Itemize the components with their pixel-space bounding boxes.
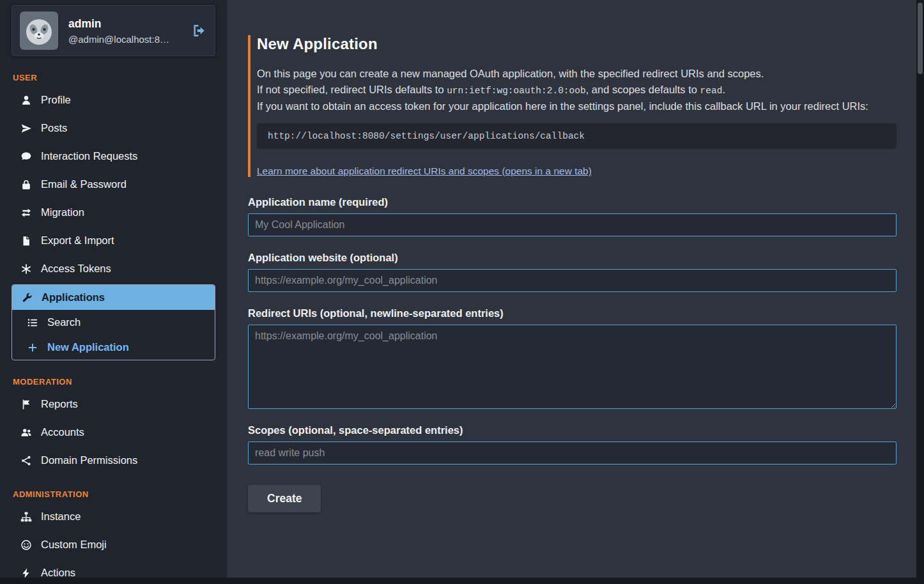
- sidebar-item-label: Email & Password: [41, 178, 127, 190]
- redirect-uris-label: Redirect URIs (optional, newline-separat…: [248, 307, 897, 319]
- create-button[interactable]: Create: [248, 485, 321, 512]
- sidebar-item-label: Custom Emoji: [41, 539, 107, 551]
- transfer-arrows-icon: [20, 207, 33, 219]
- callback-url: http://localhost:8080/settings/user/appl…: [268, 131, 585, 141]
- share-nodes-icon: [20, 455, 33, 466]
- applications-group: Applications Search New Application: [12, 284, 215, 360]
- sidebar-item-label: Access Tokens: [41, 263, 111, 275]
- settings-panel: admin @admin@localhost:80… USER Profile …: [0, 0, 924, 584]
- sidebar-item-label: Instance: [41, 511, 81, 523]
- page-title: New Application: [257, 35, 897, 53]
- bolt-icon: [20, 567, 33, 579]
- users-icon: [20, 427, 33, 438]
- smiley-icon: [20, 539, 33, 551]
- sidebar-item-reports[interactable]: Reports: [12, 392, 215, 417]
- sidebar-item-label: Applications: [42, 291, 105, 304]
- inline-code-read: read: [700, 86, 723, 96]
- user-handle: @admin@localhost:80…: [68, 34, 174, 45]
- logout-icon[interactable]: [192, 23, 207, 38]
- intro-section: New Application On this page you can cre…: [248, 35, 897, 177]
- sidebar-item-custom-emoji[interactable]: Custom Emoji: [12, 532, 215, 557]
- horizontal-scrollbar-track: [0, 578, 916, 584]
- scopes-input[interactable]: [248, 442, 897, 465]
- sidebar-item-profile[interactable]: Profile: [12, 88, 215, 112]
- section-title-moderation: MODERATION: [13, 377, 215, 387]
- sidebar-item-domain-permissions[interactable]: Domain Permissions: [12, 448, 215, 473]
- application-name-input[interactable]: [248, 213, 897, 236]
- new-application-form: Application name (required) Application …: [248, 196, 897, 512]
- user-name: admin: [68, 17, 174, 31]
- scopes-label: Scopes (optional, space-separated entrie…: [248, 424, 897, 436]
- main-content: New Application On this page you can cre…: [227, 0, 924, 584]
- vertical-scrollbar-thumb[interactable]: [918, 3, 923, 74]
- sidebar-item-search[interactable]: Search: [12, 310, 215, 335]
- section-title-administration: ADMINISTRATION: [13, 489, 215, 499]
- sidebar-item-label: Reports: [41, 398, 78, 410]
- sidebar-item-label: Domain Permissions: [41, 454, 137, 466]
- sidebar-item-label: Export & Import: [41, 234, 114, 247]
- lock-icon: [20, 179, 33, 190]
- intro-line-2: If not specified, redirect URIs defaults…: [257, 82, 897, 99]
- application-website-label: Application website (optional): [248, 252, 897, 264]
- user-icon: [20, 95, 33, 106]
- sidebar-item-accounts[interactable]: Accounts: [12, 420, 215, 445]
- sidebar-item-applications[interactable]: Applications: [12, 285, 215, 310]
- comment-icon: [20, 151, 33, 162]
- sidebar-item-label: Profile: [41, 94, 71, 106]
- flag-icon: [20, 399, 33, 410]
- inline-code-oob: urn:ietf:wg:oauth:2.0:oob: [447, 86, 586, 96]
- callback-url-code-block: http://localhost:8080/settings/user/appl…: [257, 123, 897, 149]
- user-card: admin @admin@localhost:80…: [12, 5, 215, 56]
- sidebar-item-label: Accounts: [41, 426, 84, 438]
- list-icon: [26, 317, 39, 328]
- sidebar-item-instance[interactable]: Instance: [12, 504, 215, 529]
- sidebar-item-export-import[interactable]: Export & Import: [12, 228, 215, 253]
- sidebar-item-label: Posts: [41, 122, 67, 134]
- vertical-scrollbar-track: [916, 0, 924, 584]
- plus-icon: [26, 342, 39, 353]
- sidebar-item-label: Search: [47, 316, 81, 328]
- paper-plane-icon: [20, 123, 33, 134]
- sidebar-item-posts[interactable]: Posts: [12, 116, 215, 141]
- section-title-user: USER: [13, 73, 215, 82]
- sidebar-item-new-application[interactable]: New Application: [12, 335, 215, 360]
- intro-line-1: On this page you can create a new manage…: [257, 66, 897, 82]
- sidebar-item-interaction-requests[interactable]: Interaction Requests: [12, 144, 215, 169]
- learn-more-link[interactable]: Learn more about application redirect UR…: [257, 165, 592, 177]
- sidebar-item-label: Interaction Requests: [41, 150, 137, 162]
- intro-line-3: If you want to obtain an access token fo…: [257, 98, 897, 114]
- sidebar-item-label: Migration: [41, 206, 84, 219]
- sidebar-item-email-password[interactable]: Email & Password: [12, 172, 215, 197]
- redirect-uris-textarea[interactable]: [248, 325, 897, 409]
- sidebar-item-label: New Application: [47, 341, 129, 353]
- sidebar-item-access-tokens[interactable]: Access Tokens: [12, 256, 215, 281]
- sidebar: admin @admin@localhost:80… USER Profile …: [0, 0, 227, 584]
- avatar: [20, 12, 58, 50]
- wrench-icon: [20, 292, 33, 304]
- sitemap-icon: [20, 511, 33, 523]
- sidebar-item-migration[interactable]: Migration: [12, 200, 215, 225]
- asterisk-icon: [20, 263, 33, 275]
- application-website-input[interactable]: [248, 269, 897, 292]
- user-meta: admin @admin@localhost:80…: [68, 17, 174, 45]
- application-name-label: Application name (required): [248, 196, 897, 208]
- file-icon: [20, 235, 33, 247]
